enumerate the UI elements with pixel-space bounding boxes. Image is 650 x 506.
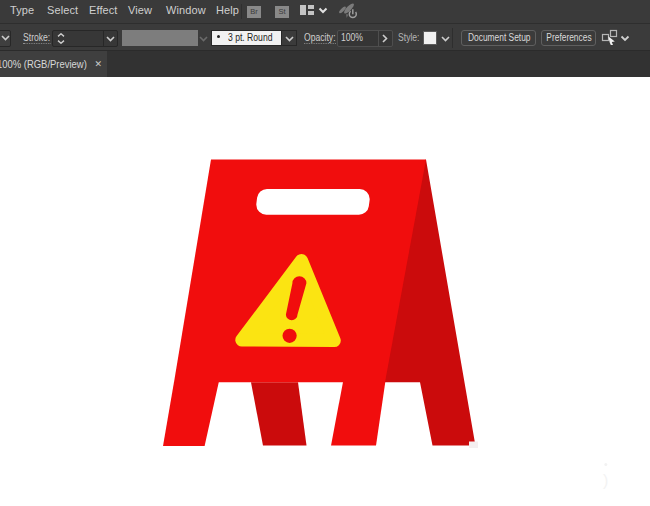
svg-text:): ): [603, 472, 608, 489]
